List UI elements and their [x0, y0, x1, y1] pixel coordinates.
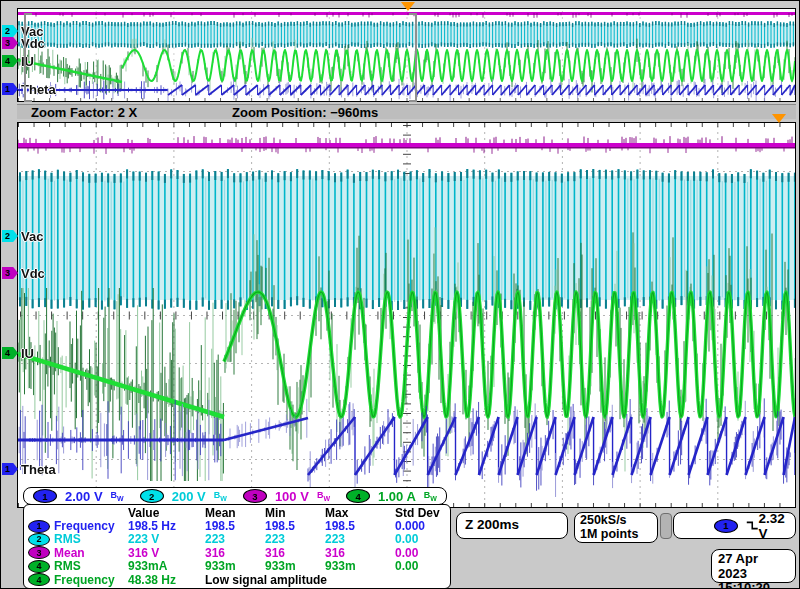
channel-3-badge: 3 [243, 489, 267, 503]
overview-waveform-panel [17, 8, 796, 102]
bandwidth-limit-icon: BW [317, 490, 330, 502]
measurement-std: 0.000 [395, 519, 446, 533]
bandwidth-limit-icon: BW [424, 490, 437, 502]
zoom-position-marker-icon[interactable] [401, 2, 415, 11]
measurement-min: 223 [265, 532, 325, 546]
bandwidth-limit-icon: BW [111, 490, 124, 502]
main-waveform-canvas [18, 123, 795, 507]
measurement-mean: 933m [205, 559, 265, 573]
measurement-value: 933mA [128, 559, 205, 573]
measurement-max: 316 [325, 546, 395, 560]
main-waveform-panel [17, 122, 796, 508]
measurement-channel-badge: 4 [28, 560, 50, 573]
bandwidth-limit-icon: BW [214, 490, 227, 502]
measurement-label: Frequency [54, 519, 128, 533]
measurement-std: 0.00 [395, 532, 446, 546]
time-label: 15:10:20 [718, 581, 789, 589]
measurement-label: RMS [54, 559, 128, 573]
measurement-label: RMS [54, 532, 128, 546]
measurement-min: 316 [265, 546, 325, 560]
record-length: 1M points [580, 528, 652, 542]
measurement-channel-badge: 1 [28, 520, 50, 533]
measurement-mean: 223 [205, 532, 265, 546]
channel-4-marker[interactable]: 4 [2, 55, 18, 67]
main-label-theta: Theta [21, 463, 56, 476]
measurement-std: 0.00 [395, 546, 446, 560]
channel-2-marker-main[interactable]: 2 [2, 230, 18, 242]
oscilloscope-screen: 2 3 4 1 Vac Vdc IU Theta Zoom Factor: 2 … [0, 0, 800, 589]
column-header-std-dev: Std Dev [395, 506, 446, 520]
channel-4-scale-value: 1.00 A [378, 489, 416, 504]
measurement-channel-badge: 4 [28, 573, 50, 586]
zoom-info-bar: Zoom Factor: 2 X Zoom Position: −960ms [17, 104, 796, 119]
acquisition-box[interactable]: 250kS/s 1M points [574, 512, 658, 543]
channel-2-badge: 2 [140, 489, 164, 503]
zoom-bracket-left[interactable] [24, 13, 32, 102]
measurement-table: Value Mean Min Max Std Dev 1 Frequency 1… [23, 504, 451, 589]
measurement-min: 933m [265, 559, 325, 573]
zoom-factor-label: Zoom Factor: 2 X [31, 105, 137, 120]
channel-1-marker[interactable]: 1 [2, 83, 18, 95]
channel-4-scale[interactable]: 4 1.00 A BW [346, 489, 437, 504]
channel-3-marker[interactable]: 3 [2, 37, 18, 49]
measurement-label: Frequency [54, 573, 128, 587]
channel-2-scale-value: 200 V [172, 489, 206, 504]
measurement-channel-badge: 2 [28, 533, 50, 546]
measurement-note: Low signal amplitude [205, 573, 446, 587]
measurement-mean: 198.5 [205, 519, 265, 533]
measurement-std: 0.00 [395, 559, 446, 573]
channel-3-marker-main[interactable]: 3 [2, 267, 18, 279]
measurement-max: 198.5 [325, 519, 395, 533]
zoom-timebase-box[interactable]: Z 200ms [456, 512, 568, 539]
date-label: 27 Apr 2023 [718, 552, 789, 581]
divider-handle[interactable] [660, 513, 672, 539]
channel-1-badge: 1 [33, 489, 57, 503]
measurement-max: 933m [325, 559, 395, 573]
trigger-source-badge: 1 [714, 519, 738, 533]
main-label-vac: Vac [21, 230, 43, 243]
measurement-value: 198.5 Hz [128, 519, 205, 533]
measurement-value: 223 V [128, 532, 205, 546]
measurement-mean: 316 [205, 546, 265, 560]
column-header-min: Min [265, 506, 325, 520]
channel-1-marker-main[interactable]: 1 [2, 463, 18, 475]
channel-4-badge: 4 [346, 489, 370, 503]
trigger-box[interactable]: 1 2.32 V [673, 512, 796, 539]
trigger-position-marker-icon[interactable] [772, 114, 786, 123]
zoom-bracket-right[interactable] [409, 13, 417, 102]
channel-3-scale[interactable]: 3 100 V BW [243, 489, 330, 504]
channel-3-scale-value: 100 V [275, 489, 309, 504]
measurement-min: 198.5 [265, 519, 325, 533]
column-header-max: Max [325, 506, 395, 520]
channel-2-marker[interactable]: 2 [2, 25, 18, 37]
trigger-level: 2.32 V [759, 511, 790, 541]
channel-scale-bar: 1 2.00 V BW 2 200 V BW 3 100 V BW 4 1.00… [23, 487, 447, 505]
overview-waveform-canvas [18, 9, 795, 101]
measurement-channel-badge: 3 [28, 546, 50, 559]
sample-rate: 250kS/s [580, 514, 652, 528]
channel-4-marker-main[interactable]: 4 [2, 347, 18, 359]
channel-2-scale[interactable]: 2 200 V BW [140, 489, 227, 504]
falling-edge-icon [746, 519, 759, 532]
main-label-vdc: Vdc [21, 267, 45, 280]
channel-1-scale-value: 2.00 V [65, 489, 103, 504]
main-label-iu: IU [21, 347, 34, 360]
measurement-value: 48.38 Hz [128, 573, 205, 587]
channel-1-scale[interactable]: 1 2.00 V BW [33, 489, 124, 504]
column-header-mean: Mean [205, 506, 265, 520]
datetime-box: 27 Apr 2023 15:10:20 [711, 549, 796, 583]
measurement-max: 223 [325, 532, 395, 546]
zoom-position-label: Zoom Position: −960ms [232, 105, 378, 120]
column-header-value: Value [128, 506, 205, 520]
measurement-label: Mean [54, 546, 128, 560]
measurement-value: 316 V [128, 546, 205, 560]
